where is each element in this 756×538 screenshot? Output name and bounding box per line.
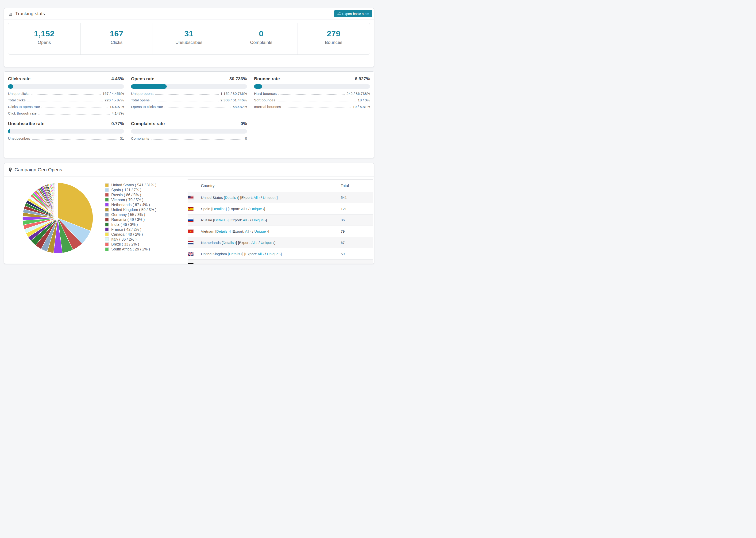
country-cell: Germany [Details ›] [Export: All › / Uni…: [188, 263, 341, 264]
country-name: Spain: [201, 207, 210, 211]
export-unique-link[interactable]: Unique ›: [261, 241, 274, 244]
metric-row-soft-bounces: Soft bounces18 / 0%: [254, 98, 370, 102]
metric-label: Hard bounces: [254, 92, 277, 95]
slash: /: [264, 252, 267, 256]
export-prefix: Export:: [245, 252, 257, 256]
details-link[interactable]: Details ›: [229, 252, 242, 256]
export-all-link[interactable]: All ›: [251, 241, 258, 244]
details-link[interactable]: Details ›: [216, 229, 230, 233]
export-unique-link[interactable]: Unique ›: [256, 263, 270, 264]
dotted-leader: [38, 112, 110, 115]
metric-row-internal-bounces: Internal bounces19 / 6.81%: [254, 105, 370, 108]
gb-flag-icon: [188, 252, 194, 256]
details-link[interactable]: Details ›: [223, 241, 236, 244]
metric-value: 1,152 / 30.736%: [220, 92, 247, 95]
legend-item-netherlands: Netherlands ( 67 / 4% ): [105, 202, 188, 207]
export-all-link[interactable]: All ›: [245, 229, 251, 233]
table-row-es: Spain [Details ›] [Export: All › / Uniqu…: [188, 203, 373, 215]
table-row-us: United States [Details ›] [Export: All ›…: [188, 192, 373, 203]
metric-label: Soft bounces: [254, 98, 275, 102]
country-name: Netherlands: [201, 241, 221, 244]
details-link[interactable]: Details ›: [225, 195, 238, 199]
legend-swatch: [105, 193, 109, 197]
stat-value: 1,152: [8, 29, 80, 38]
rate-value: 6.927%: [355, 76, 370, 81]
legend-item-brazil: Brazil ( 33 / 2% ): [105, 242, 188, 247]
export-icon: [337, 12, 341, 16]
vn-flag-icon: [188, 229, 194, 233]
metric-value: 220 / 5.87%: [104, 98, 124, 102]
export-unique-link[interactable]: Unique ›: [250, 207, 264, 211]
total-cell: 86: [341, 218, 373, 222]
stat-box-clicks: 167Clicks: [81, 23, 153, 54]
rate-title: Opens rate: [131, 76, 154, 81]
export-all-link[interactable]: All ›: [253, 195, 260, 199]
country-cell: United States [Details ›] [Export: All ›…: [188, 195, 341, 200]
stat-value: 31: [153, 29, 225, 38]
table-row-gb: United Kingdom [Details ›] [Export: All …: [188, 248, 373, 260]
progress-track: [8, 129, 124, 134]
dotted-leader: [151, 136, 243, 140]
export-unique-link[interactable]: Unique ›: [263, 195, 277, 199]
metric-row-opens-to-clicks-rate: Opens to clicks rate689.82%: [131, 105, 247, 108]
legend-swatch: [105, 232, 109, 237]
dotted-leader: [41, 105, 108, 108]
rate-title: Complaints rate: [131, 121, 165, 126]
metric-value: 19 / 6.81%: [352, 105, 370, 108]
rate-rows: Unique clicks167 / 4.456%Total clicks220…: [8, 92, 124, 115]
legend-swatch: [105, 228, 109, 232]
slash: /: [257, 241, 261, 244]
page-title: Tracking stats: [15, 11, 45, 17]
export-prefix: Export:: [229, 207, 240, 211]
details-link[interactable]: Details ›: [212, 207, 226, 211]
table-row-ru: Russia [Details ›] [Export: All › / Uniq…: [188, 215, 373, 226]
details-link[interactable]: Details ›: [218, 263, 231, 264]
export-all-link[interactable]: All ›: [243, 218, 249, 222]
rate-title: Unsubscribe rate: [8, 121, 44, 126]
slash: /: [247, 207, 250, 211]
legend-item-spain: Spain ( 121 / 7% ): [105, 188, 188, 192]
rate-head: Opens rate30.736%: [131, 76, 247, 81]
stat-label: Opens: [8, 40, 80, 45]
details-link[interactable]: Details ›: [214, 218, 228, 222]
dotted-leader: [279, 92, 345, 95]
bracket: ]: [277, 195, 278, 199]
export-unique-link[interactable]: Unique ›: [252, 218, 266, 222]
country-name: United States: [201, 195, 223, 199]
metric-row-complaints: Complaints0: [131, 136, 247, 140]
legend-label: Romania ( 49 / 3% ): [111, 218, 145, 222]
metric-label: Opens to clicks rate: [131, 105, 163, 108]
total-cell: 541: [341, 195, 373, 200]
country-name: Vietnam: [201, 229, 214, 233]
legend-swatch: [105, 183, 109, 187]
rate-block-bounce-rate: Bounce rate6.927%Hard bounces242 / 86.73…: [254, 76, 370, 115]
column-header-total: Total: [341, 184, 373, 188]
legend-label: Spain ( 121 / 7% ): [111, 188, 141, 192]
legend-item-india: India ( 46 / 3% ): [105, 222, 188, 227]
geo-pie-chart: [8, 179, 105, 264]
export-basic-stats-button[interactable]: Export basic stats: [334, 10, 372, 17]
rate-value: 0.77%: [111, 121, 124, 126]
metric-value: 0: [245, 136, 247, 140]
export-unique-link[interactable]: Unique ›: [267, 252, 281, 256]
legend-label: Canada ( 40 / 2% ): [111, 232, 143, 237]
metric-row-unsubscribes: Unsubscribes31: [8, 136, 124, 140]
dotted-leader: [151, 98, 219, 101]
dotted-leader: [165, 105, 231, 108]
legend-item-vietnam: Vietnam ( 79 / 5% ): [105, 197, 188, 202]
country-name: Germany: [201, 263, 216, 264]
stat-box-unsubscribes: 31Unsubscribes: [153, 23, 225, 54]
stat-label: Complaints: [225, 40, 297, 45]
slash: /: [249, 218, 252, 222]
export-unique-link[interactable]: Unique ›: [254, 229, 268, 233]
bracket: ] [: [226, 207, 229, 211]
page: Tracking stats Export basic stats 1,152O…: [0, 0, 378, 264]
stat-value: 279: [297, 29, 370, 38]
export-all-link[interactable]: All ›: [247, 263, 253, 264]
rate-block-complaints-rate: Complaints rate0%Complaints0: [131, 121, 247, 140]
export-all-link[interactable]: All ›: [241, 207, 247, 211]
country-name: United Kingdom: [201, 252, 227, 256]
slash: /: [253, 263, 256, 264]
bracket: ] [: [236, 241, 239, 244]
export-all-link[interactable]: All ›: [257, 252, 264, 256]
